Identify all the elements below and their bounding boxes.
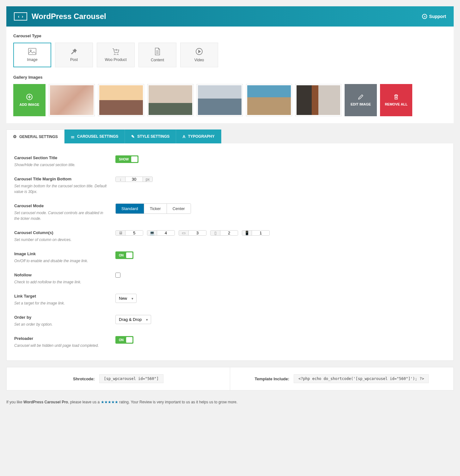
section-title-label: Carousel Section Title — [14, 155, 109, 160]
remove-all-label: REMOVE ALL — [385, 102, 408, 106]
margin-bottom-input[interactable] — [125, 177, 143, 182]
type-label: Post — [70, 57, 78, 62]
gallery-thumb[interactable] — [197, 84, 243, 116]
preloader-desc: Carousel will be hidden until page load … — [14, 343, 109, 348]
type-card-video[interactable]: Video — [180, 43, 218, 67]
toggle-label: SHOW — [116, 158, 131, 161]
sliders-icon: ⚌ — [71, 134, 75, 139]
col-desktop-input[interactable] — [125, 231, 143, 235]
col-tablet-l-input[interactable] — [188, 231, 206, 235]
tab-style[interactable]: ✎STYLE SETTINGS — [125, 130, 176, 143]
gallery-label: Gallery Images — [13, 75, 447, 80]
tab-label: STYLE SETTINGS — [137, 134, 169, 139]
svg-rect-0 — [28, 48, 36, 55]
type-card-post[interactable]: Post — [55, 43, 93, 67]
link-target-select[interactable]: New — [115, 294, 137, 303]
order-by-label: Order by — [14, 315, 109, 320]
link-target-label: Link Target — [14, 294, 109, 298]
edit-image-button[interactable]: EDIT IMAGE — [345, 84, 377, 116]
tablet-landscape-icon: ▭ — [179, 231, 188, 235]
columns-desc: Set number of column on devices. — [14, 237, 109, 243]
font-icon: A — [182, 134, 185, 139]
cart-icon — [112, 48, 120, 55]
gallery-thumb[interactable] — [49, 84, 95, 116]
toggle-label: ON — [116, 254, 126, 257]
footer-note: If you like WordPress Carousel Pro, plea… — [6, 400, 454, 404]
shortcode-label: Shrotcode: — [73, 377, 95, 381]
image-link-toggle[interactable]: ON — [115, 251, 133, 259]
image-link-desc: On/Off to enable and disable the image l… — [14, 258, 109, 264]
type-card-woo[interactable]: Woo Product — [97, 43, 135, 67]
document-icon — [154, 48, 161, 55]
page-title: WordPress Carousel — [32, 12, 106, 21]
support-icon: + — [422, 14, 427, 19]
desktop-icon: 🖥 — [116, 231, 125, 235]
brush-icon: ✎ — [131, 134, 135, 139]
nofollow-label: Nofollow — [14, 273, 109, 277]
section-title-desc: Show/Hide the carousel section title. — [14, 162, 109, 168]
mobile-icon: 📱 — [242, 231, 252, 235]
header: ‹› WordPress Carousel + Support — [6, 6, 454, 27]
edit-icon — [358, 94, 364, 100]
mode-center[interactable]: Center — [167, 204, 191, 214]
gallery-thumb[interactable] — [295, 84, 341, 116]
svg-point-1 — [30, 50, 31, 51]
gallery-thumb[interactable] — [147, 84, 193, 116]
stars-icon[interactable]: ★★★★★ — [101, 400, 118, 404]
margin-unit: px — [143, 177, 152, 182]
pin-icon — [71, 48, 77, 55]
col-mobile-input[interactable] — [252, 231, 269, 235]
margin-bottom-label: Carousel Title Margin Bottom — [14, 177, 109, 181]
nofollow-checkbox[interactable] — [115, 273, 120, 278]
tablet-icon: ▯ — [211, 231, 220, 235]
tab-label: CAROUSEL SETTINGS — [77, 134, 118, 139]
type-label: Image — [27, 57, 37, 62]
gallery-thumb[interactable] — [246, 84, 292, 116]
tab-label: GENERAL SETTINGS — [19, 135, 58, 139]
col-tablet-input[interactable] — [220, 231, 238, 235]
remove-all-button[interactable]: REMOVE ALL — [380, 84, 412, 116]
carousel-type-label: Carousel Type — [13, 33, 447, 38]
mode-desc: Set carousel mode. Carousel controls are… — [14, 210, 109, 221]
tab-general[interactable]: ⚙GENERAL SETTINGS — [6, 130, 64, 143]
order-by-desc: Set an order by option. — [14, 322, 109, 327]
link-target-desc: Set a target for the image link. — [14, 300, 109, 306]
col-laptop-input[interactable] — [157, 231, 175, 235]
add-image-label: ADD IMAGE — [20, 103, 40, 106]
image-icon — [28, 48, 36, 55]
support-link[interactable]: + Support — [422, 14, 446, 19]
section-title-toggle[interactable]: SHOW — [115, 155, 138, 163]
order-by-select[interactable]: Drag & Drop — [115, 315, 151, 324]
edit-image-label: EDIT IMAGE — [351, 102, 371, 106]
trash-icon — [394, 94, 399, 100]
toggle-label: ON — [116, 338, 126, 342]
tab-carousel[interactable]: ⚌CAROUSEL SETTINGS — [64, 130, 125, 143]
tab-label: TYPOGRAPHY — [188, 134, 215, 139]
gallery-thumb[interactable] — [98, 84, 144, 116]
shortcode-value[interactable]: [sp_wpcarousel id="560"] — [99, 374, 163, 383]
arrow-down-icon: ↓ — [116, 177, 125, 182]
tab-typography[interactable]: ATYPOGRAPHY — [176, 130, 221, 143]
type-label: Woo Product — [105, 57, 126, 62]
type-label: Content — [151, 58, 164, 62]
image-link-label: Image Link — [14, 251, 109, 256]
columns-label: Carousel Column(s) — [14, 230, 109, 235]
margin-bottom-desc: Set margin bottom for the carousel secti… — [14, 183, 109, 195]
mode-label: Carousel Mode — [14, 203, 109, 208]
template-include-label: Template Include: — [255, 377, 290, 381]
mode-ticker[interactable]: Ticker — [144, 204, 167, 214]
template-include-value[interactable]: <?php echo do_shortcode('[sp_wpcarousel … — [294, 374, 429, 383]
preloader-toggle[interactable]: ON — [115, 336, 133, 344]
preloader-label: Preloader — [14, 336, 109, 341]
logo-icon: ‹› — [14, 12, 27, 21]
laptop-icon: 💻 — [147, 231, 157, 235]
type-card-content[interactable]: Content — [138, 43, 176, 67]
play-icon — [195, 48, 203, 55]
support-label: Support — [429, 14, 446, 19]
type-card-image[interactable]: Image — [13, 43, 51, 67]
nofollow-desc: Check to add nofollow to the image link. — [14, 279, 109, 285]
plus-icon — [26, 94, 33, 100]
add-image-button[interactable]: ADD IMAGE — [13, 84, 46, 116]
type-label: Video — [194, 58, 204, 62]
mode-standard[interactable]: Standard — [116, 204, 144, 214]
